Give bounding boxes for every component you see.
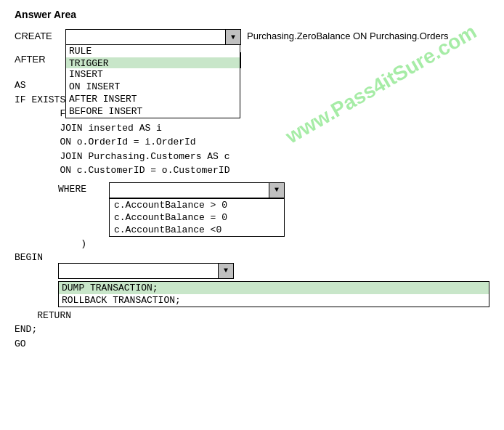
page-title: Answer Area — [15, 9, 489, 20]
where-option-gt[interactable]: c.AccountBalance > 0 — [110, 199, 284, 211]
create-dropdown-arrow[interactable]: ▼ — [226, 30, 240, 44]
begin-dropdown-arrow[interactable]: ▼ — [219, 264, 233, 278]
begin-options: DUMP TRANSACTION; ROLLBACK TRANSACTION; — [58, 281, 489, 307]
where-row: WHERE ▼ c.AccountBalance > 0 c.AccountBa… — [58, 182, 489, 237]
create-on-label: Purchasing.ZeroBalance ON Purchasing.Ord… — [247, 29, 448, 41]
begin-section: BEGIN ▼ DUMP TRANSACTION; ROLLBACK TRANS… — [15, 252, 489, 307]
after-option-insert[interactable]: INSERT — [66, 68, 240, 81]
begin-option-dump[interactable]: DUMP TRANSACTION; — [59, 282, 489, 294]
begin-label: BEGIN — [15, 252, 489, 263]
on-orderid-line: ON o.OrderId = i.OrderId — [15, 135, 489, 150]
after-dropdown-options: INSERT ON INSERT AFTER INSERT BEFORE INS… — [65, 68, 240, 118]
create-row: CREATE ▼ RULE TRIGGER FUNCTION NOTIFICAT… — [15, 29, 489, 45]
footer-block: RETURN END; GO — [15, 309, 489, 352]
close-paren: ) — [58, 238, 86, 249]
after-label: AFTER — [15, 52, 65, 65]
create-dropdown-selected — [66, 30, 226, 44]
create-dropdown-wrapper: ▼ RULE TRIGGER FUNCTION NOTIFICATION EVE… — [65, 29, 241, 45]
where-option-eq[interactable]: c.AccountBalance = 0 — [110, 211, 284, 224]
begin-dropdown[interactable]: ▼ — [58, 263, 234, 279]
join-inserted-line: JOIN inserted AS i — [15, 121, 489, 136]
paren-row: ) — [15, 238, 489, 249]
begin-option-rollback[interactable]: ROLLBACK TRANSACTION; — [59, 294, 489, 307]
begin-dropdown-wrapper: ▼ DUMP TRANSACTION; ROLLBACK TRANSACTION… — [58, 263, 489, 307]
create-label: CREATE — [15, 29, 65, 41]
after-option-before-insert[interactable]: BEFORE INSERT — [66, 105, 240, 118]
create-option-rule[interactable]: RULE — [66, 45, 240, 57]
after-option-after-insert[interactable]: AFTER INSERT — [66, 93, 240, 105]
create-dropdown[interactable]: ▼ — [65, 29, 241, 45]
where-dropdown[interactable]: ▼ — [109, 182, 285, 198]
after-option-on-insert[interactable]: ON INSERT — [66, 81, 240, 93]
join-customers-line: JOIN Purchasing.Customers AS c — [15, 150, 489, 164]
where-dropdown-arrow[interactable]: ▼ — [269, 183, 284, 198]
return-line: RETURN — [15, 309, 489, 323]
where-dropdown-wrapper: ▼ c.AccountBalance > 0 c.AccountBalance … — [109, 182, 285, 237]
where-option-lt[interactable]: c.AccountBalance <0 — [110, 224, 284, 236]
begin-dropdown-selected — [59, 264, 219, 278]
where-options: c.AccountBalance > 0 c.AccountBalance = … — [109, 198, 285, 237]
on-customerid-line: ON c.CustomerID = o.CustomerID — [15, 163, 489, 178]
go-line: GO — [15, 337, 489, 352]
where-label: WHERE — [58, 182, 109, 195]
page-container: www.Pass4itSure.com Answer Area CREATE ▼… — [0, 0, 504, 360]
where-dropdown-selected — [110, 183, 269, 198]
end-line: END; — [15, 322, 489, 337]
